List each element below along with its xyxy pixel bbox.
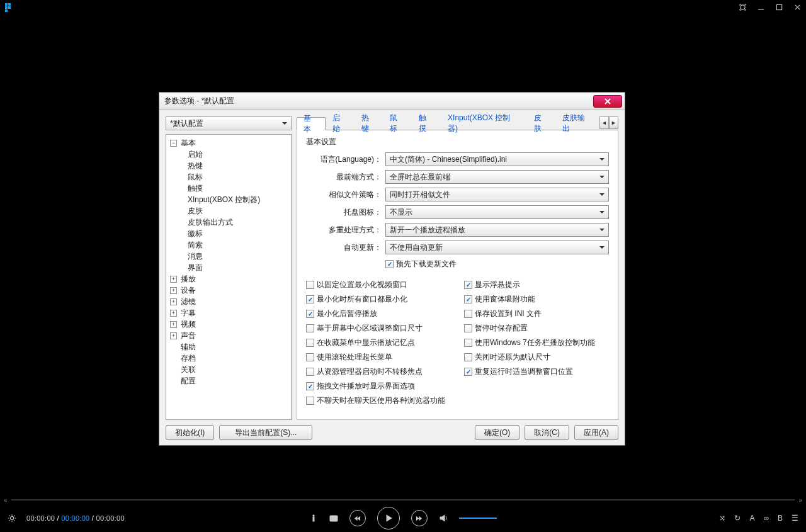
tree-item[interactable]: 徽标 xyxy=(167,228,290,239)
tree-item[interactable]: 皮肤输出方式 xyxy=(167,217,290,228)
tree-item[interactable]: 辅助 xyxy=(167,341,290,353)
tab-skin[interactable]: 皮肤 xyxy=(527,116,556,130)
tab-start[interactable]: 启始 xyxy=(326,116,355,130)
tree-item[interactable]: +播放 xyxy=(167,273,290,285)
tab-mouse[interactable]: 鼠标 xyxy=(383,116,412,130)
tree-item-basic[interactable]: 基本 xyxy=(179,138,197,149)
tree-item[interactable]: 存档 xyxy=(167,353,290,364)
tree-item[interactable]: 触摸 xyxy=(167,183,290,194)
option-checkbox[interactable]: 显示浮悬提示 xyxy=(464,279,595,291)
option-checkbox[interactable]: 关闭时还原为默认尺寸 xyxy=(464,351,595,363)
option-checkbox[interactable]: 使用窗体吸附功能 xyxy=(464,293,595,305)
option-checkbox[interactable]: 使用滚轮处理超长菜单 xyxy=(306,351,445,363)
ab-b-button[interactable]: B xyxy=(778,514,783,523)
seek-right-icon[interactable]: » xyxy=(798,497,802,504)
tree-item[interactable]: +视频 xyxy=(167,319,290,330)
app-logo xyxy=(5,3,14,12)
svg-point-2 xyxy=(10,516,13,519)
tab-xinput[interactable]: XInput(XBOX 控制器) xyxy=(441,116,526,130)
option-checkbox[interactable]: 基于屏幕中心区域调整窗口尺寸 xyxy=(306,322,445,334)
tree-item[interactable]: XInput(XBOX 控制器) xyxy=(167,194,290,205)
category-tree[interactable]: −基本 启始 热键 鼠标 触摸 XInput(XBOX 控制器) 皮肤 皮肤输出… xyxy=(166,134,292,420)
tree-item[interactable]: 鼠标 xyxy=(167,171,290,183)
dialog-title: 参数选项 - *默认配置 xyxy=(164,96,234,106)
time-display: 00:00:00 / 00:00:00 / 00:00:00 xyxy=(26,514,125,522)
option-checkbox[interactable]: 以固定位置最小化视频窗口 xyxy=(306,279,445,291)
svg-rect-1 xyxy=(776,4,781,9)
svg-point-0 xyxy=(741,4,745,9)
option-checkbox[interactable]: 重复运行时适当调整窗口位置 xyxy=(464,366,595,378)
tree-item[interactable]: +设备 xyxy=(167,285,290,296)
tree-item[interactable]: 皮肤 xyxy=(167,205,290,217)
tab-skinout[interactable]: 皮肤输出 xyxy=(555,116,599,130)
loop-infinity-icon[interactable]: ∞ xyxy=(763,514,769,523)
shuffle-icon[interactable]: ⤭ xyxy=(719,514,725,523)
volume-slider[interactable] xyxy=(459,518,497,519)
option-checkbox[interactable]: 拖拽文件播放时显示界面选项 xyxy=(306,380,445,392)
cancel-button[interactable]: 取消(C) xyxy=(525,425,569,440)
minimize-button[interactable] xyxy=(758,4,764,12)
player-controlbar: 00:00:00 / 00:00:00 / 00:00:00 ⤭ ↻ A ∞ B… xyxy=(0,504,806,532)
preferences-dialog: 参数选项 - *默认配置 *默认配置 −基本 启始 热键 鼠标 触摸 XInpu… xyxy=(159,92,625,446)
tree-item[interactable]: 启始 xyxy=(167,149,290,160)
option-checkbox[interactable]: 最小化时所有窗口都最小化 xyxy=(306,293,445,305)
similar-files-select[interactable]: 同时打开相似文件 xyxy=(385,188,609,201)
svg-point-6 xyxy=(332,517,335,520)
tab-scroll-left[interactable]: ◄ xyxy=(599,116,609,129)
tab-hotkey[interactable]: 热键 xyxy=(355,116,383,130)
prev-button[interactable] xyxy=(349,510,366,526)
tree-item[interactable]: 消息 xyxy=(167,251,290,262)
repeat-icon[interactable]: ↻ xyxy=(734,514,741,523)
option-checkbox[interactable]: 最小化后暂停播放 xyxy=(306,308,445,320)
close-button[interactable] xyxy=(794,4,801,12)
svg-point-3 xyxy=(313,515,314,516)
language-select[interactable]: 中文(简体) - Chinese(Simplified).ini xyxy=(385,152,609,166)
option-checkbox[interactable]: 暂停时保存配置 xyxy=(464,322,595,334)
seek-left-icon[interactable]: « xyxy=(4,497,8,504)
multi-instance-select[interactable]: 新开一个播放进程播放 xyxy=(385,223,609,237)
capture-icon[interactable] xyxy=(329,514,338,523)
config-select[interactable]: *默认配置 xyxy=(166,116,292,130)
tray-select[interactable]: 不显示 xyxy=(385,205,609,219)
settings-icon[interactable] xyxy=(8,514,16,523)
next-button[interactable] xyxy=(411,510,428,526)
option-checkbox[interactable]: 在收藏菜单中显示播放记忆点 xyxy=(306,337,445,349)
tab-basic[interactable]: 基本 xyxy=(297,117,326,130)
tab-bar: 基本 启始 热键 鼠标 触摸 XInput(XBOX 控制器) 皮肤 皮肤输出 … xyxy=(297,116,618,130)
playlist-icon[interactable]: ☰ xyxy=(792,514,798,523)
tree-item[interactable]: 界面 xyxy=(167,262,290,273)
volume-icon[interactable] xyxy=(439,514,448,523)
option-checkbox[interactable]: 不聊天时在聊天区使用各种浏览器功能 xyxy=(306,395,445,407)
topmost-select[interactable]: 全屏时总在最前端 xyxy=(385,170,609,184)
init-button[interactable]: 初始化(I) xyxy=(166,425,214,440)
tab-scroll-right[interactable]: ► xyxy=(609,116,618,129)
autoupdate-select[interactable]: 不使用自动更新 xyxy=(385,241,609,254)
option-checkbox[interactable]: 保存设置到 INI 文件 xyxy=(464,308,595,320)
tab-touch[interactable]: 触摸 xyxy=(412,116,441,130)
tree-item[interactable]: +滤镜 xyxy=(167,296,290,307)
predownload-checkbox[interactable]: 预先下载更新文件 xyxy=(385,258,609,270)
info-icon[interactable] xyxy=(309,514,318,523)
tree-item[interactable]: 简索 xyxy=(167,239,290,251)
ok-button[interactable]: 确定(O) xyxy=(475,425,519,440)
svg-rect-4 xyxy=(313,517,314,521)
tree-item[interactable]: +字幕 xyxy=(167,307,290,319)
dialog-close-button[interactable] xyxy=(593,95,622,108)
maximize-button[interactable] xyxy=(776,4,783,12)
section-title: 基本设置 xyxy=(306,137,609,147)
fullscreen-icon[interactable] xyxy=(739,4,746,12)
tree-item[interactable]: 配置 xyxy=(167,375,290,387)
tree-item[interactable]: +声音 xyxy=(167,330,290,341)
option-checkbox[interactable]: 从资源管理器启动时不转移焦点 xyxy=(306,366,445,378)
apply-button[interactable]: 应用(A) xyxy=(574,425,618,440)
option-checkbox[interactable]: 使用Windows 7任务栏播放控制功能 xyxy=(464,337,595,349)
export-config-button[interactable]: 导出当前配置(S)... xyxy=(219,425,312,440)
ab-a-button[interactable]: A xyxy=(749,514,754,523)
play-button[interactable] xyxy=(377,507,400,529)
tree-item[interactable]: 热键 xyxy=(167,160,290,171)
tree-item[interactable]: 关联 xyxy=(167,364,290,375)
seek-track[interactable] xyxy=(11,499,795,501)
